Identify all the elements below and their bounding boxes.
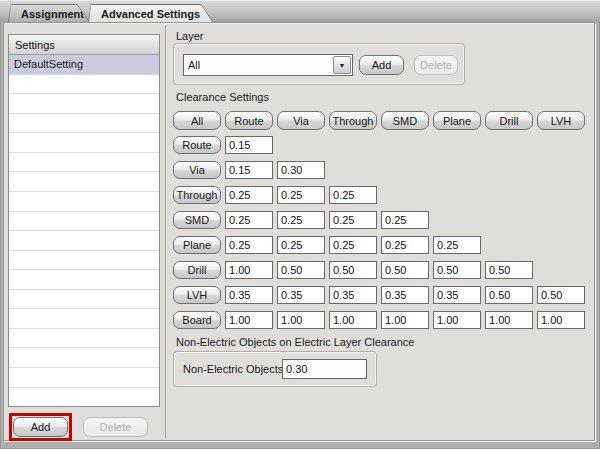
clearance-smd-value-2-field[interactable] [329, 211, 377, 229]
clearance-plane-value-4-field[interactable] [433, 236, 481, 254]
clearance-row-board-button[interactable]: Board [173, 311, 221, 329]
tab-advanced-settings-label: Advanced Settings [101, 8, 200, 20]
settings-list-empty-row[interactable] [9, 368, 159, 388]
layer-delete-button[interactable]: Delete [414, 55, 458, 75]
clearance-column-buttons-row: AllRouteViaThroughSMDPlaneDrillLVH [173, 111, 585, 130]
clearance-lvh-value-5-field[interactable] [485, 286, 533, 304]
tab-assignment-label: Assignment [21, 8, 84, 20]
clearance-row-through-button[interactable]: Through [173, 186, 221, 204]
clearance-drill-value-5-field[interactable] [485, 261, 533, 279]
add-button-highlight: Add [9, 413, 72, 441]
clearance-drill-value-0-field[interactable] [225, 261, 273, 279]
clearance-board-value-0-field[interactable] [225, 311, 273, 329]
clearance-lvh-value-1-field[interactable] [277, 286, 325, 304]
clearance-board-value-1-field[interactable] [277, 311, 325, 329]
settings-list-empty-row[interactable] [9, 75, 159, 95]
clearance-row-lvh-button[interactable]: LVH [173, 286, 221, 304]
settings-list-empty-row[interactable] [9, 251, 159, 271]
tab-bar: Assignment Advanced Settings [0, 0, 600, 22]
clearance-column-lvh-button[interactable]: LVH [537, 111, 585, 130]
settings-list-empty-row[interactable] [9, 231, 159, 251]
clearance-via-value-1-field[interactable] [277, 161, 325, 179]
clearance-drill-value-2-field[interactable] [329, 261, 377, 279]
settings-list-empty-row[interactable] [9, 290, 159, 310]
clearance-column-plane-button[interactable]: Plane [433, 111, 481, 130]
clearance-smd-value-3-field[interactable] [381, 211, 429, 229]
settings-list-empty-row[interactable] [9, 192, 159, 212]
clearance-board-value-4-field[interactable] [433, 311, 481, 329]
clearance-plane-value-2-field[interactable] [329, 236, 377, 254]
clearance-route-value-0-field[interactable] [225, 136, 273, 154]
settings-list-empty-row[interactable] [9, 309, 159, 329]
clearance-row-route: Route [173, 136, 585, 154]
settings-list-empty-row[interactable] [9, 153, 159, 173]
clearance-board-value-5-field[interactable] [485, 311, 533, 329]
clearance-board-value-2-field[interactable] [329, 311, 377, 329]
settings-list-header: Settings [9, 35, 159, 55]
layer-combobox[interactable]: All ▼ [183, 54, 353, 76]
clearance-row-lvh: LVH [173, 286, 585, 304]
non-electric-groupbox: Non-Electric Objects [173, 351, 377, 387]
clearance-column-all-button[interactable]: All [173, 111, 221, 130]
clearance-board-value-3-field[interactable] [381, 311, 429, 329]
clearance-lvh-value-6-field[interactable] [537, 286, 585, 304]
clearance-column-drill-button[interactable]: Drill [485, 111, 533, 130]
clearance-row-drill-button[interactable]: Drill [173, 261, 221, 279]
settings-list-body: DefaultSetting [9, 55, 159, 406]
clearance-column-route-button[interactable]: Route [225, 111, 273, 130]
settings-list-empty-row[interactable] [9, 212, 159, 232]
clearance-smd-value-0-field[interactable] [225, 211, 273, 229]
clearance-smd-value-1-field[interactable] [277, 211, 325, 229]
layer-groupbox: All ▼ Add Delete [173, 43, 465, 85]
non-electric-objects-field[interactable] [282, 359, 367, 379]
settings-list-empty-row[interactable] [9, 329, 159, 349]
settings-list-empty-row[interactable] [9, 388, 159, 407]
clearance-row-plane-button[interactable]: Plane [173, 236, 221, 254]
clearance-lvh-value-0-field[interactable] [225, 286, 273, 304]
clearance-column-smd-button[interactable]: SMD [381, 111, 429, 130]
clearance-drill-value-4-field[interactable] [433, 261, 481, 279]
clearance-plane-value-0-field[interactable] [225, 236, 273, 254]
clearance-row-route-button[interactable]: Route [173, 136, 221, 154]
clearance-lvh-value-2-field[interactable] [329, 286, 377, 304]
clearance-plane-value-1-field[interactable] [277, 236, 325, 254]
chevron-down-icon[interactable]: ▼ [333, 56, 351, 74]
settings-list-item[interactable]: DefaultSetting [9, 55, 159, 75]
clearance-row-drill: Drill [173, 261, 585, 279]
settings-list-empty-row[interactable] [9, 133, 159, 153]
non-electric-field-label: Non-Electric Objects [183, 363, 283, 375]
clearance-lvh-value-3-field[interactable] [381, 286, 429, 304]
clearance-board-value-6-field[interactable] [537, 311, 585, 329]
clearance-row-via: Via [173, 161, 585, 179]
settings-list: Settings DefaultSetting [8, 34, 160, 407]
settings-list-empty-row[interactable] [9, 94, 159, 114]
pane-divider [165, 25, 166, 438]
tab-assignment[interactable]: Assignment [8, 4, 90, 22]
settings-list-buttons: Add Delete [9, 413, 72, 441]
clearance-plane-value-3-field[interactable] [381, 236, 429, 254]
advanced-settings-pane: Layer All ▼ Add Delete Clearance Setting… [173, 23, 591, 440]
non-electric-section-label: Non-Electric Objects on Electric Layer C… [176, 336, 414, 348]
settings-list-empty-row[interactable] [9, 348, 159, 368]
clearance-via-value-0-field[interactable] [225, 161, 273, 179]
advanced-settings-window: Assignment Advanced Settings Settings De… [0, 0, 600, 449]
layer-add-button[interactable]: Add [359, 55, 404, 75]
settings-list-empty-row[interactable] [9, 114, 159, 134]
clearance-drill-value-1-field[interactable] [277, 261, 325, 279]
clearance-through-value-0-field[interactable] [225, 186, 273, 204]
settings-list-empty-row[interactable] [9, 172, 159, 192]
clearance-row-smd-button[interactable]: SMD [173, 211, 221, 229]
clearance-drill-value-3-field[interactable] [381, 261, 429, 279]
clearance-through-value-1-field[interactable] [277, 186, 325, 204]
clearance-section-label: Clearance Settings [176, 91, 269, 103]
settings-list-empty-row[interactable] [9, 270, 159, 290]
clearance-column-through-button[interactable]: Through [329, 111, 377, 130]
clearance-through-value-2-field[interactable] [329, 186, 377, 204]
tab-advanced-settings[interactable]: Advanced Settings [88, 4, 214, 23]
clearance-column-via-button[interactable]: Via [277, 111, 325, 130]
clearance-lvh-value-4-field[interactable] [433, 286, 481, 304]
add-setting-button[interactable]: Add [13, 417, 68, 437]
clearance-row-via-button[interactable]: Via [173, 161, 221, 179]
delete-setting-button[interactable]: Delete [83, 417, 148, 437]
clearance-row-board: Board [173, 311, 585, 329]
